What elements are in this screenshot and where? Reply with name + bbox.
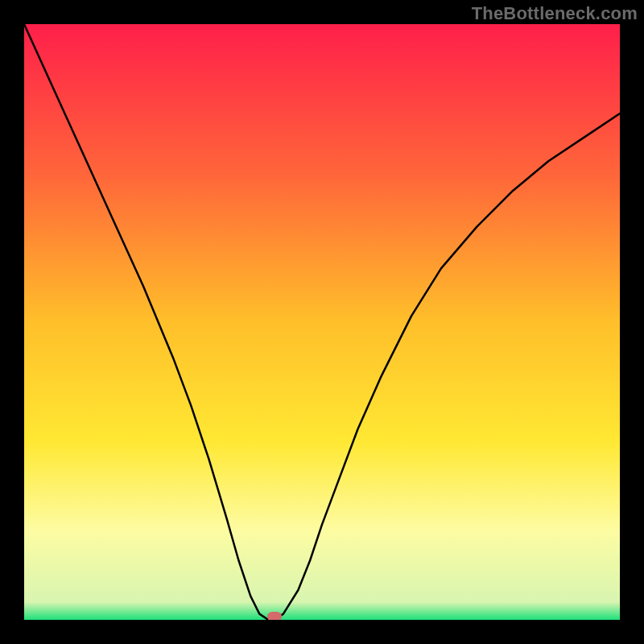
watermark-text: TheBottleneck.com — [472, 3, 638, 24]
optimum-marker — [267, 612, 282, 620]
plot-area — [24, 24, 620, 620]
chart-frame: TheBottleneck.com — [0, 0, 644, 644]
bottleneck-curve — [24, 24, 620, 620]
